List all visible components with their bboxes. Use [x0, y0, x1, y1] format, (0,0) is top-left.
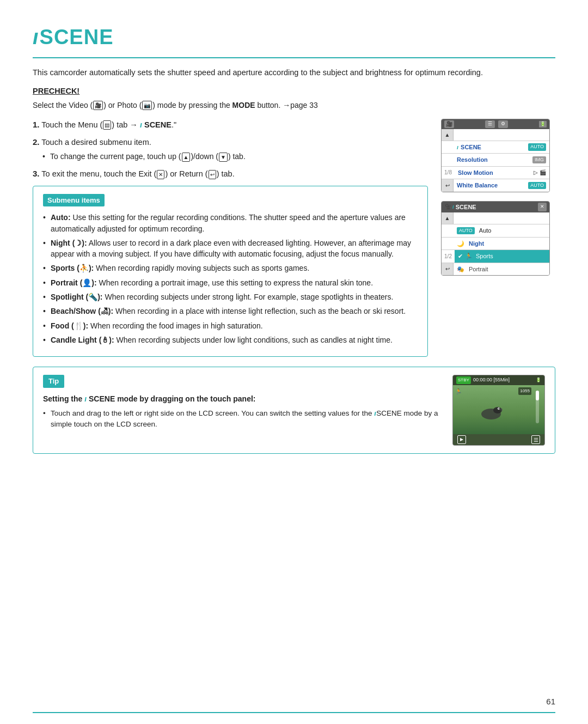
cam2-row-sports[interactable]: 1/2 ✔ 🏃 Sports — [442, 250, 549, 263]
camera-ui-2: 🎥 ı SCENE ✕ ▲ AUTO Auto — [441, 201, 550, 276]
tip-camera-screenshot: STBY 00:00:00 [55Min] 🔋 🏃 — [452, 375, 545, 446]
cam1-battery: 🔋 — [539, 121, 547, 127]
svg-point-3 — [499, 408, 500, 409]
cam1-row-slow[interactable]: 1/8 Slow Motion ▷ 🎬 — [442, 167, 549, 180]
cam2-scene-label: SCENE — [456, 203, 476, 212]
cam2-sports-label: Sports — [476, 252, 493, 261]
cam2-row-auto[interactable]: AUTO Auto — [442, 224, 549, 238]
step-3: 3. To exit the menu, touch the Exit (✕) … — [33, 168, 428, 180]
submenu-item-portrait: Portrait (👤): When recording a portrait … — [43, 277, 418, 288]
cam1-video-icon: 🎥 — [444, 120, 454, 128]
cam1-settings-icon: ⚙ — [498, 120, 508, 128]
cam1-row-scene[interactable]: ı SCENE AUTO — [442, 141, 549, 154]
submenu-item-auto: Auto: Use this setting for the regular r… — [43, 212, 418, 234]
submenu-item-night: Night (☽): Allows user to record in a da… — [43, 238, 418, 260]
menu-icon: ▤ — [103, 120, 111, 130]
cam1-scene-label: ı SCENE AUTO — [454, 141, 549, 154]
cam1-row-up[interactable]: ▲ — [442, 129, 549, 141]
cam1-menu-icon: ☰ — [485, 120, 495, 128]
cam1-wb-label: White Balance AUTO — [454, 179, 549, 192]
cam2-night-icon: 🌙 — [457, 239, 464, 248]
tip-list: Touch and drag to the left or right side… — [43, 408, 443, 430]
cam2-i-label: ı — [452, 203, 454, 211]
step-1: 1. Touch the Menu (▤) tab → ı SCENE." — [33, 119, 428, 131]
cam1-header: 🎥 ☰ ⚙ 🔋 — [442, 119, 549, 129]
tip-cam-body: 🏃 1055 — [453, 385, 544, 434]
cam1-up-arrow[interactable]: ▲ — [442, 129, 454, 141]
cam2-portrait-item: 🎭 Portrait — [454, 263, 549, 276]
cam2-portrait-icon: 🎭 — [457, 265, 464, 274]
cam1-row-up-space — [454, 133, 549, 136]
tip-cam-scene-icon: 🏃 — [455, 387, 462, 396]
cam1-row-wb[interactable]: ↩ White Balance AUTO — [442, 179, 549, 192]
tip-camera-container: STBY 00:00:00 [55Min] 🔋 🏃 — [452, 375, 545, 446]
tip-cam-play-btn[interactable]: ▶ — [457, 435, 466, 444]
tip-cam-bird — [469, 395, 513, 428]
title-i: ı — [33, 22, 39, 53]
cam2-sports-item: ✔ 🏃 Sports — [455, 250, 549, 263]
down-icon: ▼ — [219, 153, 228, 162]
camera-ui-1: 🎥 ☰ ⚙ 🔋 ▲ ı SCENE — [441, 119, 550, 192]
submenu-box: Submenu items Auto: Use this setting for… — [33, 186, 428, 357]
step-1-num: 1. — [33, 120, 40, 129]
cam2-night-label: Night — [469, 239, 484, 248]
cam1-slow-icon: ▷ 🎬 — [534, 168, 546, 177]
cam2-portrait-label: Portrait — [469, 265, 488, 274]
main-layout: 1. Touch the Menu (▤) tab → ı SCENE." 2.… — [33, 119, 555, 357]
tip-cam-slider — [536, 391, 539, 423]
submenu-item-food: Food (🍴): When recording the food images… — [43, 320, 418, 331]
cam2-header: 🎥 ı SCENE ✕ — [442, 202, 549, 213]
title-scene: SCENE — [40, 22, 114, 53]
tip-cam-slider-thumb — [536, 391, 539, 400]
tip-cam-time: 00:00:00 [55Min] — [473, 376, 510, 384]
left-column: 1. Touch the Menu (▤) tab → ı SCENE." 2.… — [33, 119, 428, 357]
submenu-item-candle: Candle Light (🕯): When recording subject… — [43, 334, 418, 345]
precheck-label: PRECHECK! — [33, 86, 555, 98]
cam1-resolution-text: Resolution — [457, 155, 488, 165]
cam2-up-arrow[interactable]: ▲ — [442, 212, 454, 224]
cam2-row-portrait[interactable]: ↩ 🎭 Portrait — [442, 263, 549, 276]
step-3-num: 3. — [33, 169, 40, 178]
cam2-sports-icon: ✔ — [458, 252, 463, 261]
cam1-row-resolution[interactable]: Resolution IMG — [442, 154, 549, 167]
cam2-sports-run-icon: 🏃 — [465, 252, 473, 261]
step-2-num: 2. — [33, 137, 40, 147]
cam1-wb-text: White Balance — [457, 181, 498, 190]
cam2-auto-badge: AUTO — [457, 227, 475, 235]
cam1-res-badge: IMG — [532, 156, 546, 164]
cam2-night-item: 🌙 Night — [454, 238, 549, 250]
svg-point-1 — [493, 407, 502, 413]
submenu-item-beach: Beach/Show (🏖): When recording in a plac… — [43, 306, 418, 317]
cam2-up-space — [454, 217, 549, 220]
bottom-line — [33, 712, 555, 713]
cam1-scene-text: SCENE — [461, 143, 481, 152]
tip-cam-bottom-bar: ▶ ☰ — [453, 434, 544, 445]
return-icon: ↩ — [209, 170, 216, 179]
tip-cam-menu-btn[interactable]: ☰ — [531, 435, 540, 444]
cam2-close-btn[interactable]: ✕ — [538, 203, 547, 211]
tip-cam-battery: 🔋 — [536, 377, 541, 384]
step-2-text: Touch a desired submenu item. — [41, 138, 151, 147]
tip-cam-resolution: 1055 — [518, 387, 531, 395]
tip-cam-top-bar: STBY 00:00:00 [55Min] 🔋 — [453, 375, 544, 385]
cam1-resolution-label: Resolution IMG — [454, 154, 549, 166]
cam2-row-up[interactable]: ▲ — [442, 212, 549, 224]
tip-bullet-1: Touch and drag to the left or right side… — [43, 408, 443, 430]
tip-cam-stby: STBY — [456, 376, 471, 384]
cam1-page-num: 1/8 — [442, 168, 455, 177]
cam1-auto-badge: AUTO — [528, 143, 546, 151]
cam1-back-arrow[interactable]: ↩ — [442, 179, 454, 192]
cam2-back-arrow[interactable]: ↩ — [442, 263, 454, 276]
page-title-bar: ı SCENE — [33, 22, 555, 58]
cam1-wb-badge: AUTO — [528, 182, 546, 190]
cam1-slow-label: Slow Motion ▷ 🎬 — [455, 167, 549, 179]
cam2-page-num: 1/2 — [442, 252, 455, 260]
tip-content: Tip Setting the ı SCENE mode by dragging… — [43, 375, 443, 431]
submenu-item-spotlight: Spotlight (🔦): When recording subjects u… — [43, 291, 418, 302]
page-number: 61 — [546, 696, 555, 708]
submenu-title: Submenu items — [43, 194, 105, 207]
submenu-item-sports: Sports (⛹): When recording rapidly movin… — [43, 263, 418, 273]
up-icon: ▲ — [182, 153, 191, 162]
precheck-text: Select the Video (🎥) or Photo (📷) mode b… — [33, 100, 555, 111]
cam2-row-night[interactable]: 🌙 Night — [442, 238, 549, 251]
